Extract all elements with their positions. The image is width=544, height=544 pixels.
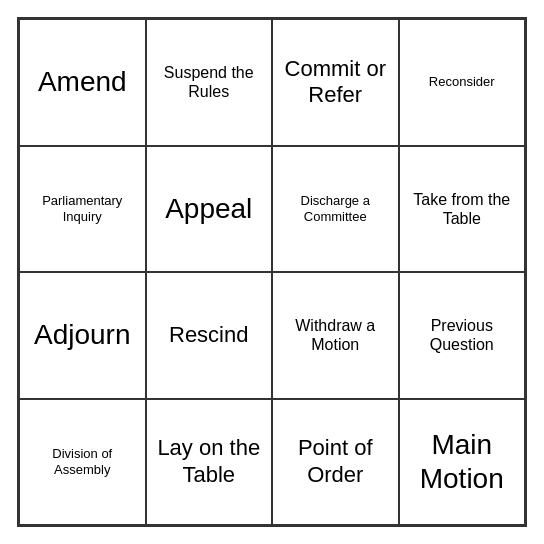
label-appeal: Appeal <box>165 192 252 226</box>
label-take-from-table: Take from the Table <box>406 190 519 228</box>
cell-reconsider: Reconsider <box>399 19 526 146</box>
label-parliamentary-inquiry: Parliamentary Inquiry <box>26 193 139 224</box>
label-point-order: Point of Order <box>279 435 392 488</box>
cell-rescind: Rescind <box>146 272 273 399</box>
cell-amend: Amend <box>19 19 146 146</box>
label-main-motion: Main Motion <box>406 428 519 495</box>
label-reconsider: Reconsider <box>429 74 495 90</box>
bingo-grid: AmendSuspend the RulesCommit or ReferRec… <box>17 17 527 527</box>
cell-commit-refer: Commit or Refer <box>272 19 399 146</box>
cell-parliamentary-inquiry: Parliamentary Inquiry <box>19 146 146 273</box>
cell-division-assembly: Division of Assembly <box>19 399 146 526</box>
label-lay-table: Lay on the Table <box>153 435 266 488</box>
label-amend: Amend <box>38 65 127 99</box>
label-discharge-committee: Discharge a Committee <box>279 193 392 224</box>
cell-main-motion: Main Motion <box>399 399 526 526</box>
cell-suspend-rules: Suspend the Rules <box>146 19 273 146</box>
cell-appeal: Appeal <box>146 146 273 273</box>
cell-point-order: Point of Order <box>272 399 399 526</box>
cell-discharge-committee: Discharge a Committee <box>272 146 399 273</box>
label-previous-question: Previous Question <box>406 316 519 354</box>
cell-adjourn: Adjourn <box>19 272 146 399</box>
cell-previous-question: Previous Question <box>399 272 526 399</box>
label-withdraw-motion: Withdraw a Motion <box>279 316 392 354</box>
label-suspend-rules: Suspend the Rules <box>153 63 266 101</box>
label-rescind: Rescind <box>169 322 248 348</box>
label-commit-refer: Commit or Refer <box>279 56 392 109</box>
cell-lay-table: Lay on the Table <box>146 399 273 526</box>
cell-take-from-table: Take from the Table <box>399 146 526 273</box>
label-adjourn: Adjourn <box>34 318 131 352</box>
cell-withdraw-motion: Withdraw a Motion <box>272 272 399 399</box>
label-division-assembly: Division of Assembly <box>26 446 139 477</box>
